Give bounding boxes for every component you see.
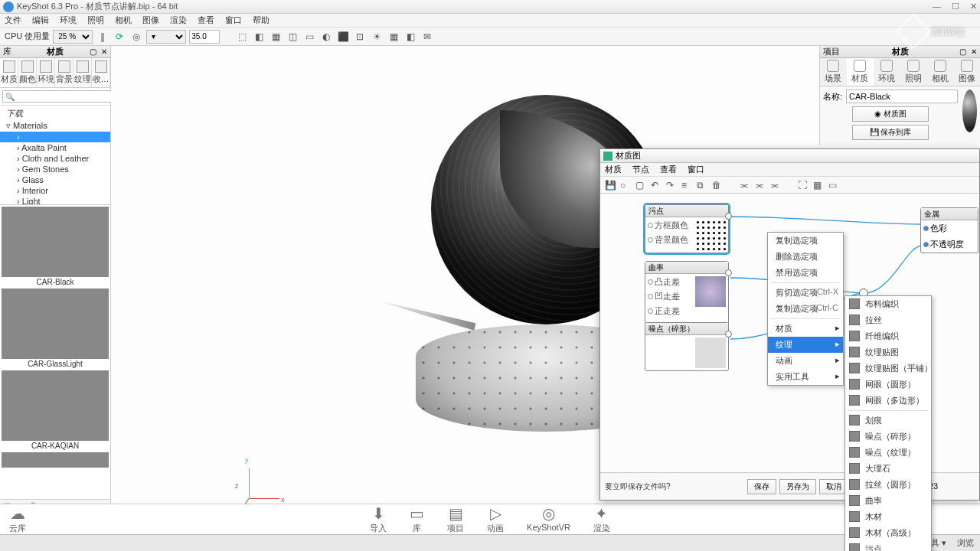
save-button[interactable]: 保存 xyxy=(747,479,776,494)
submenu-item[interactable]: 噪点（纹理） xyxy=(845,445,931,461)
lib-tab[interactable]: 材质 xyxy=(0,58,18,87)
link-icon[interactable]: ⫘ xyxy=(740,180,750,191)
menu-渲染[interactable]: 渲染 xyxy=(170,15,187,26)
project-tab[interactable]: 环境 xyxy=(874,58,900,86)
center-button[interactable]: ◎ xyxy=(129,30,143,44)
submenu-item[interactable]: 曲率 xyxy=(845,493,931,509)
square-icon[interactable]: ▢ xyxy=(635,180,646,191)
tool-icon[interactable]: ▦ xyxy=(387,30,400,44)
tool-icon[interactable]: ✉ xyxy=(420,30,434,44)
minimize-icon[interactable]: ▢ xyxy=(959,47,966,56)
menu-照明[interactable]: 照明 xyxy=(87,15,104,26)
tree-item[interactable]: › Gem Stones xyxy=(0,164,110,174)
submenu-item[interactable]: 布料编织 xyxy=(845,296,931,312)
submenu-item[interactable]: 噪点（碎形） xyxy=(845,429,931,445)
material-thumb[interactable]: CAR-Black xyxy=(2,207,109,287)
mg-menu[interactable]: 节点 xyxy=(632,164,649,175)
tree-item[interactable]: › Cloth and Leather xyxy=(0,153,110,164)
lib-tab[interactable]: 收… xyxy=(92,58,110,87)
appbar-项目[interactable]: ▤项目 xyxy=(447,504,464,534)
submenu-item[interactable]: 纹理贴图 xyxy=(845,344,931,360)
project-tab[interactable]: 材质 xyxy=(847,58,874,86)
fps-input[interactable] xyxy=(189,30,220,44)
menu-相机[interactable]: 相机 xyxy=(115,15,132,26)
project-tab[interactable]: 照明 xyxy=(900,58,926,86)
tool-icon[interactable]: ⬚ xyxy=(235,30,249,44)
grid-icon[interactable]: ▦ xyxy=(813,180,824,191)
lib-tab[interactable]: 颜色 xyxy=(18,58,37,87)
status-browse[interactable]: 浏览 xyxy=(957,537,974,549)
appbar-KeyShotVR[interactable]: ◎KeyShotVR xyxy=(527,504,570,534)
submenu-item[interactable]: 纹理贴图（平铺） xyxy=(845,360,931,377)
tree-item[interactable]: › xyxy=(0,132,110,142)
tree-item[interactable]: › Axalta Paint xyxy=(0,142,110,153)
ctx-utility[interactable]: 实用工具 xyxy=(768,369,843,385)
tool-icon[interactable]: ⊡ xyxy=(353,30,367,44)
close-icon[interactable]: ✕ xyxy=(101,47,107,56)
material-thumb[interactable]: CAR-KAQIAN xyxy=(2,370,109,451)
delete-icon[interactable]: 🗑 xyxy=(712,180,723,191)
menu-帮助[interactable]: 帮助 xyxy=(253,15,270,26)
ctx-cut[interactable]: 剪切选定项Ctrl-X xyxy=(768,285,843,301)
ctx-copy[interactable]: 复制选定项Ctrl-C xyxy=(768,301,843,317)
submenu-item[interactable]: 木材（高级） xyxy=(845,525,931,541)
tree-root[interactable]: ▿ Materials xyxy=(0,120,110,132)
ctx-material[interactable]: 材质 xyxy=(768,321,843,337)
submenu-item[interactable]: 木材 xyxy=(845,509,931,525)
tool-icon[interactable]: ▦ xyxy=(269,30,283,44)
project-tab[interactable]: 图像 xyxy=(953,58,980,86)
tool-icon[interactable]: ☀ xyxy=(370,30,384,44)
project-tab[interactable]: 相机 xyxy=(926,58,953,86)
submenu-item[interactable]: 污点 xyxy=(845,541,931,551)
ctx-animation[interactable]: 动画 xyxy=(768,353,843,369)
project-tab[interactable]: 场景 xyxy=(820,58,847,86)
link-icon[interactable]: ⫘ xyxy=(755,180,766,191)
mg-menu[interactable]: 窗口 xyxy=(688,164,704,175)
lib-tab[interactable]: 纹理 xyxy=(74,58,92,87)
material-graph-button[interactable]: ◉ 材质图 xyxy=(852,106,929,122)
copy-icon[interactable]: ⧉ xyxy=(697,180,707,191)
tree-item[interactable]: › Interior xyxy=(0,185,110,196)
appbar-动画[interactable]: ▷动画 xyxy=(487,504,504,534)
menu-查看[interactable]: 查看 xyxy=(198,15,214,26)
search-input[interactable] xyxy=(2,90,114,103)
minimize-icon[interactable]: ▢ xyxy=(90,47,96,56)
tool-icon[interactable]: ◧ xyxy=(252,30,266,44)
ctx-disable-sel[interactable]: 禁用选定项 xyxy=(768,265,843,281)
menu-文件[interactable]: 文件 xyxy=(5,15,21,26)
align-icon[interactable]: ≡ xyxy=(681,180,692,191)
appbar-库[interactable]: ▭库 xyxy=(410,504,424,534)
cpu-usage-select[interactable]: 25 % xyxy=(53,30,93,44)
ctx-copy-sel[interactable]: 复制选定项 xyxy=(768,233,843,249)
submenu-item[interactable]: 划痕 xyxy=(845,412,931,429)
submenu-item[interactable]: 网眼（圆形） xyxy=(845,377,931,393)
fit-icon[interactable]: ⛶ xyxy=(798,180,808,191)
cancel-button[interactable]: 取消 xyxy=(819,479,848,494)
tool-icon[interactable]: ◐ xyxy=(319,30,333,44)
circle-icon[interactable]: ○ xyxy=(620,180,631,191)
preset-select[interactable]: ▾ xyxy=(146,30,186,44)
ctx-texture[interactable]: 纹理 xyxy=(768,337,843,353)
submenu-item[interactable]: 纤维编织 xyxy=(845,328,931,344)
panel-icon[interactable]: ▭ xyxy=(828,180,839,191)
menu-窗口[interactable]: 窗口 xyxy=(225,15,242,26)
node-noise[interactable]: 噪点（碎形） xyxy=(645,322,729,371)
menu-图像[interactable]: 图像 xyxy=(142,15,159,26)
tool-icon[interactable]: ▭ xyxy=(302,30,316,44)
link-icon[interactable]: ⫘ xyxy=(770,180,781,191)
appbar-导入[interactable]: ⬇导入 xyxy=(370,504,387,534)
save-to-library-button[interactable]: 💾 保存到库 xyxy=(852,125,929,140)
tree-item[interactable]: › Glass xyxy=(0,174,110,185)
submenu-item[interactable]: 网眼（多边形） xyxy=(845,393,931,409)
cloud-library-button[interactable]: ☁ 云库 xyxy=(9,504,26,534)
node-spots[interactable]: 污点 方框颜色 背景颜色 xyxy=(645,204,729,253)
undo-icon[interactable]: ↶ xyxy=(651,180,662,191)
maximize-button[interactable]: ☐ xyxy=(952,2,959,11)
lib-tab[interactable]: 环境 xyxy=(37,58,55,87)
menu-编辑[interactable]: 编辑 xyxy=(32,15,49,26)
close-icon[interactable]: ✕ xyxy=(971,47,977,56)
material-thumb[interactable]: CAR-GlassLight xyxy=(2,289,109,369)
appbar-渲染[interactable]: ✦渲染 xyxy=(593,504,610,534)
minimize-button[interactable]: — xyxy=(933,2,941,11)
tool-icon[interactable]: ◧ xyxy=(403,30,417,44)
